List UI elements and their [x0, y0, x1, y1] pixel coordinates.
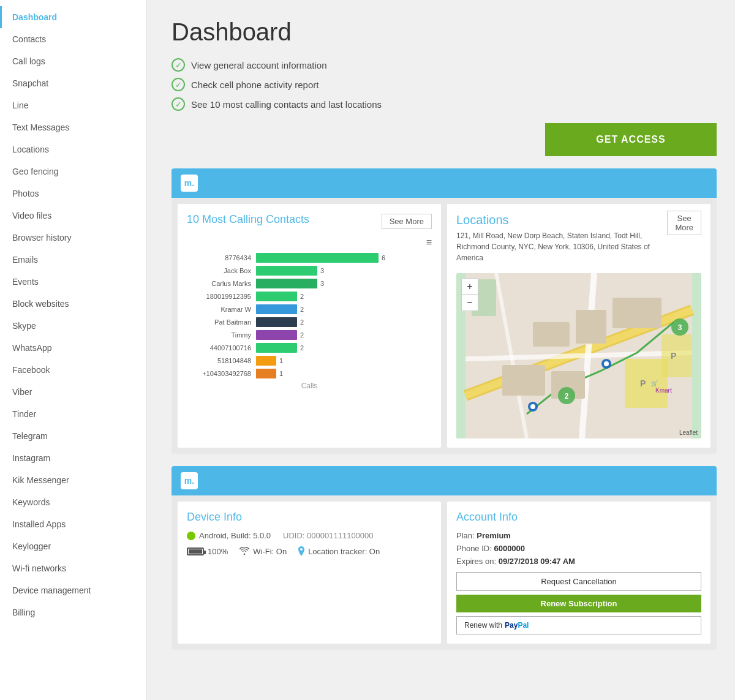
- sidebar-item-dashboard[interactable]: Dashboard: [0, 6, 146, 28]
- paypal-renew-label: Renew with: [464, 621, 502, 630]
- sidebar-item-instagram[interactable]: Instagram: [0, 447, 146, 469]
- bar-container: 2: [256, 292, 432, 301]
- chart-see-more-button[interactable]: See More: [382, 214, 432, 229]
- chart-title: 10 Most Calling Contacts: [187, 213, 309, 226]
- page-title: Dashboard: [172, 18, 717, 46]
- request-cancellation-button[interactable]: Request Cancellation: [456, 572, 701, 591]
- sidebar-item-video-files[interactable]: Video files: [0, 205, 146, 227]
- bar-container: 2: [256, 330, 432, 340]
- bar-row: +104303492768 1: [187, 369, 432, 378]
- svg-text:🛒: 🛒: [651, 380, 658, 387]
- bar: [256, 330, 297, 340]
- sidebar-item-facebook[interactable]: Facebook: [0, 359, 146, 381]
- bar-row: 180019912395 2: [187, 292, 432, 301]
- check-icon: ✓: [172, 97, 185, 111]
- bar-value: 1: [279, 357, 283, 364]
- bar-row: 44007100716 2: [187, 343, 432, 353]
- bar: [256, 292, 297, 301]
- renew-subscription-button[interactable]: Renew Subscription: [456, 595, 701, 612]
- svg-rect-12: [662, 334, 692, 377]
- bar-label: 518104848: [187, 357, 251, 364]
- sidebar-item-photos[interactable]: Photos: [0, 183, 146, 205]
- account-info-title: Account Info: [456, 511, 701, 524]
- map-zoom-controls: + −: [461, 278, 478, 311]
- map-container: + −: [456, 273, 701, 438]
- sidebar-item-whatsapp[interactable]: WhatsApp: [0, 337, 146, 359]
- account-info-card: Account Info Plan: Premium Phone ID: 600…: [447, 502, 710, 644]
- sidebar-item-emails[interactable]: Emails: [0, 249, 146, 271]
- bar: [256, 253, 379, 263]
- bar-container: 1: [256, 356, 432, 366]
- bar-row: Kramar W 2: [187, 304, 432, 314]
- device-status-row: 100% Wi-Fi: On Location tracker: On: [187, 546, 432, 556]
- sidebar-item-viber[interactable]: Viber: [0, 381, 146, 403]
- wifi-icon: [239, 547, 250, 555]
- sidebar-item-contacts[interactable]: Contacts: [0, 28, 146, 50]
- sidebar-item-billing[interactable]: Billing: [0, 601, 146, 623]
- sidebar-item-kik-messenger[interactable]: Kik Messenger: [0, 469, 146, 491]
- main-content: Dashboard ✓View general account informat…: [147, 0, 735, 700]
- bar-container: 2: [256, 343, 432, 353]
- location-tracker-status: Location tracker: On: [308, 547, 380, 556]
- sidebar-item-browser-history[interactable]: Browser history: [0, 227, 146, 249]
- sidebar-item-block-websites[interactable]: Block websites: [0, 293, 146, 315]
- sidebar-item-telegram[interactable]: Telegram: [0, 425, 146, 447]
- sidebar-item-geo-fencing[interactable]: Geo fencing: [0, 160, 146, 183]
- svg-text:P: P: [671, 351, 676, 361]
- device-info-title: Device Info: [187, 511, 432, 524]
- bar-label: 180019912395: [187, 293, 251, 300]
- sidebar-item-keylogger[interactable]: Keylogger: [0, 535, 146, 557]
- bar-chart: 8776434 6 Jack Box 3 Carlus Marks 3 1800…: [187, 253, 432, 378]
- bar-value: 2: [300, 344, 304, 352]
- locations-title: Locations: [456, 213, 667, 227]
- bar: [256, 266, 317, 276]
- sidebar-item-snapchat[interactable]: Snapchat: [0, 72, 146, 94]
- sidebar-item-call-logs[interactable]: Call logs: [0, 50, 146, 72]
- locations-see-more-button[interactable]: See More: [667, 211, 701, 235]
- svg-point-17: [604, 361, 609, 366]
- svg-text:P: P: [640, 378, 646, 388]
- sidebar-item-device-management[interactable]: Device management: [0, 579, 146, 601]
- svg-rect-7: [576, 310, 606, 344]
- feature-item: ✓Check cell phone activity report: [172, 78, 717, 91]
- bar: [256, 343, 297, 353]
- bar-label: Carlus Marks: [187, 280, 251, 287]
- bar: [256, 279, 317, 288]
- bar-container: 3: [256, 279, 432, 288]
- bar-value: 2: [300, 293, 304, 300]
- bar-value: 1: [279, 370, 283, 377]
- bar-row: Jack Box 3: [187, 266, 432, 276]
- bar-row: 518104848 1: [187, 356, 432, 366]
- svg-rect-11: [625, 359, 668, 408]
- bar-label: +104303492768: [187, 370, 251, 377]
- hamburger-menu[interactable]: ≡: [187, 237, 432, 248]
- sidebar-item-line[interactable]: Line: [0, 94, 146, 116]
- sidebar-item-keywords[interactable]: Keywords: [0, 491, 146, 513]
- sidebar-item-installed-apps[interactable]: Installed Apps: [0, 513, 146, 535]
- feature-item: ✓View general account information: [172, 58, 717, 72]
- sidebar-item-wi-fi-networks[interactable]: Wi-fi networks: [0, 557, 146, 579]
- calling-contacts-card: 10 Most Calling Contacts See More ≡ 8776…: [178, 204, 441, 448]
- bar-container: 3: [256, 266, 432, 276]
- zoom-in-button[interactable]: +: [462, 279, 478, 295]
- svg-text:3: 3: [678, 323, 682, 332]
- bar-container: 2: [256, 317, 432, 327]
- sidebar-item-skype[interactable]: Skype: [0, 315, 146, 337]
- paypal-renew-button[interactable]: Renew with PayPal: [456, 616, 701, 634]
- account-buttons: Request Cancellation Renew Subscription …: [456, 572, 701, 634]
- device-os: Android, Build: 5.0.0: [199, 531, 271, 540]
- device-os-row: Android, Build: 5.0.0 UDID: 000001111100…: [187, 531, 432, 540]
- sidebar-item-text-messages[interactable]: Text Messages: [0, 116, 146, 138]
- bar-label: Pat Baitman: [187, 318, 251, 326]
- bar: [256, 356, 276, 366]
- card-body-1: 10 Most Calling Contacts See More ≡ 8776…: [172, 198, 717, 454]
- zoom-out-button[interactable]: −: [462, 295, 478, 310]
- get-access-button[interactable]: GET ACCESS: [545, 123, 717, 156]
- sidebar-item-locations[interactable]: Locations: [0, 138, 146, 160]
- bar-row: 8776434 6: [187, 253, 432, 263]
- bottom-card-section: m. Device Info Android, Build: 5.0.0 UDI…: [172, 466, 717, 650]
- bar: [256, 369, 276, 378]
- sidebar-item-events[interactable]: Events: [0, 271, 146, 293]
- sidebar-item-tinder[interactable]: Tinder: [0, 403, 146, 425]
- paypal-logo: PayPal: [505, 621, 529, 630]
